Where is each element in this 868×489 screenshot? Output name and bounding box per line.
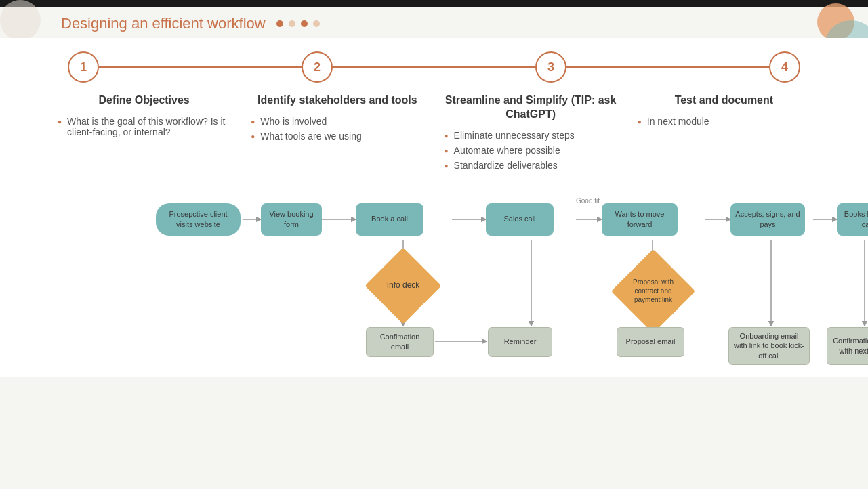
step-2-bullet-1: Who is involved: [251, 116, 423, 127]
decorative-circle-left: [0, 0, 41, 41]
node-reminder: Reminder: [488, 327, 552, 357]
dot-2: [289, 20, 295, 27]
step-1-bullet-1: What is the goal of this workflow? Is it…: [58, 116, 230, 137]
step-circle-2: 2: [302, 51, 333, 83]
step-circle-1: 1: [68, 51, 99, 83]
node-accepts: Accepts, signs, and pays: [730, 203, 805, 236]
steps-content: Define Objectives What is the goal of th…: [47, 93, 821, 175]
step-1-column: Define Objectives What is the goal of th…: [47, 93, 241, 175]
step-3-bullets: Eliminate unnecessary steps Automate whe…: [445, 130, 617, 171]
step-2-bullet-2: What tools are we using: [251, 131, 423, 142]
good-fit-label: Good fit: [576, 197, 600, 205]
step-3-bullet-1: Eliminate unnecessary steps: [445, 130, 617, 141]
flowchart-area: Prosepctive client visits website View b…: [156, 194, 867, 370]
node-info-deck: Info deck: [371, 253, 436, 318]
timeline: 1 2 3 4: [68, 51, 800, 83]
step-1-title: Define Objectives: [58, 93, 230, 108]
node-prospective-client: Prosepctive client visits website: [156, 203, 241, 236]
step-3-bullet-2: Automate where possible: [445, 145, 617, 156]
node-books-kickoff: Books kick-off call: [837, 203, 868, 236]
header-title: Designing an efficient workflow: [61, 15, 266, 33]
step-3-title: Streamline and Simplify (TIP: ask ChatGP…: [445, 93, 617, 122]
node-confirmation-email: Confimation email: [366, 327, 434, 357]
step-3-column: Streamline and Simplify (TIP: ask ChatGP…: [434, 93, 627, 175]
node-onboarding-email: Onboarding email with link to book kick-…: [728, 327, 810, 365]
node-sales-call: Sales call: [486, 203, 554, 236]
dot-1: [276, 20, 283, 27]
timeline-line: [88, 66, 780, 68]
node-confirmation-next-steps: Confirmation email with next steps: [827, 327, 868, 365]
node-wants-forward: Wants to move forward: [602, 203, 678, 236]
dot-3: [301, 20, 308, 27]
steps-section: 1 2 3 4 Define Objectives What is the go…: [0, 38, 868, 182]
step-4-bullets: In next module: [638, 116, 810, 127]
step-1-bullets: What is the goal of this workflow? Is it…: [58, 116, 230, 137]
node-view-booking-form: View booking form: [261, 203, 322, 236]
step-circle-4: 4: [769, 51, 800, 83]
step-4-bullet-1: In next module: [638, 116, 810, 127]
node-book-call: Book a call: [356, 203, 423, 236]
step-4-column: Test and document In next module: [627, 93, 821, 175]
header-dots: [276, 20, 320, 27]
node-proposal-email: Proposal email: [617, 327, 684, 357]
header: Designing an efficient workflow: [0, 7, 868, 38]
step-3-bullet-3: Standardize deliverables: [445, 160, 617, 171]
dot-4: [313, 20, 320, 27]
step-circle-3: 3: [535, 51, 566, 83]
step-2-bullets: Who is involved What tools are we using: [251, 116, 423, 142]
step-2-title: Identify stakeholders and tools: [251, 93, 423, 108]
flowchart-section: (au...): [0, 182, 868, 377]
step-2-column: Identify stakeholders and tools Who is i…: [241, 93, 434, 175]
step-4-title: Test and document: [638, 93, 810, 108]
node-proposal-diamond: Proposal with contract and payment link: [619, 257, 687, 325]
top-bar: [0, 0, 868, 7]
